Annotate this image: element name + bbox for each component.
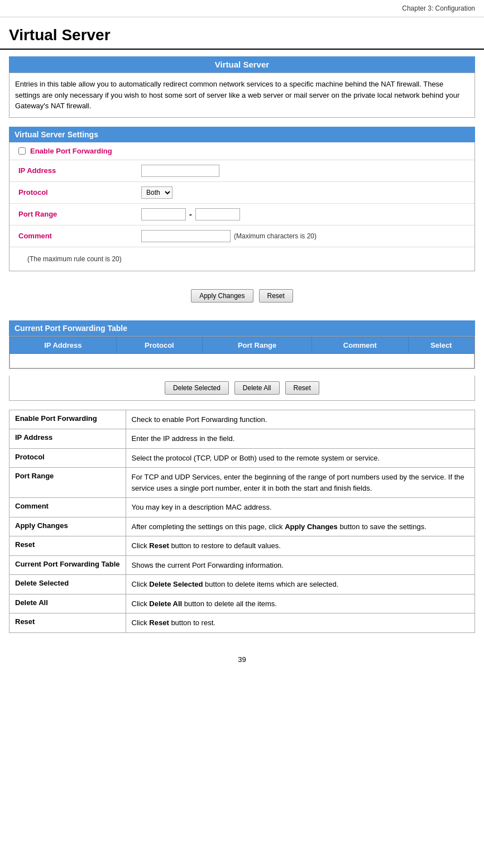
fw-table: IP Address Protocol Port Range Comment S… (9, 337, 475, 368)
protocol-input-col: Both TCP UDP (141, 186, 466, 199)
desc-desc-2: Select the protocol (TCP, UDP or Both) u… (126, 448, 475, 468)
fw-table-empty-cell (10, 353, 475, 368)
virtual-server-box: Virtual Server Entries in this table all… (9, 56, 475, 118)
port-range-input-col: - (141, 208, 466, 220)
page-number-text: 39 (238, 655, 246, 664)
desc-table-row: ProtocolSelect the protocol (TCP, UDP or… (9, 448, 475, 468)
settings-btn-row: Apply Changes Reset (9, 280, 475, 311)
desc-term-9: Delete All (9, 594, 126, 613)
page-title-text: Virtual Server (9, 26, 111, 44)
fw-table-wrapper: IP Address Protocol Port Range Comment S… (9, 336, 475, 369)
fw-col-select: Select (408, 337, 474, 353)
chapter-header: Chapter 3: Configuration (0, 0, 484, 17)
desc-desc-4: You may key in a description MAC address… (126, 498, 475, 517)
desc-desc-0: Check to enable Port Forwarding function… (126, 410, 475, 429)
settings-header-text: Virtual Server Settings (15, 130, 98, 139)
desc-term-3: Port Range (9, 468, 126, 498)
protocol-row: Protocol Both TCP UDP (9, 182, 475, 204)
ip-address-input[interactable] (141, 165, 219, 177)
port-range-label: Port Range (18, 210, 141, 218)
fw-col-comment: Comment (312, 337, 409, 353)
virtual-server-header: Virtual Server (9, 56, 475, 73)
desc-table-row: Current Port Forwarding TableShows the c… (9, 555, 475, 575)
protocol-select[interactable]: Both TCP UDP (141, 186, 172, 199)
desc-term-7: Current Port Forwarding Table (9, 555, 126, 575)
reset-button[interactable]: Reset (259, 289, 293, 303)
desc-desc-9: Click Delete All button to delete all th… (126, 594, 475, 613)
desc-term-6: Reset (9, 536, 126, 556)
main-content: Virtual Server Entries in this table all… (0, 56, 484, 633)
ip-address-row: IP Address (9, 160, 475, 182)
desc-table-row: Enable Port ForwardingCheck to enable Po… (9, 410, 475, 429)
comment-hint-text: (Maximum characters is 20) (234, 232, 317, 240)
fw-reset-button[interactable]: Reset (285, 381, 319, 395)
desc-table-row: CommentYou may key in a description MAC … (9, 498, 475, 517)
protocol-label: Protocol (18, 188, 141, 196)
desc-table-row: Delete SelectedClick Delete Selected but… (9, 575, 475, 594)
description-table: Enable Port ForwardingCheck to enable Po… (9, 410, 475, 633)
page-number: 39 (0, 644, 484, 675)
desc-term-0: Enable Port Forwarding (9, 410, 126, 429)
desc-table-body: Enable Port ForwardingCheck to enable Po… (9, 410, 475, 632)
fw-table-empty-row (10, 353, 475, 368)
desc-table-row: ResetClick Reset button to restore to de… (9, 536, 475, 556)
fw-table-head: IP Address Protocol Port Range Comment S… (10, 337, 475, 353)
comment-row: Comment (Maximum characters is 20) (9, 226, 475, 247)
port-range-row: Port Range - (9, 204, 475, 226)
comment-label: Comment (18, 232, 141, 240)
description-box: Entries in this table allow you to autom… (9, 73, 475, 118)
settings-table: Enable Port Forwarding IP Address Protoc… (9, 142, 475, 271)
desc-term-8: Delete Selected (9, 575, 126, 594)
desc-term-2: Protocol (9, 448, 126, 468)
virtual-server-header-text: Virtual Server (215, 60, 269, 69)
fw-table-body (10, 353, 475, 368)
fw-col-ip: IP Address (10, 337, 117, 353)
current-fw-table-header: Current Port Forwarding Table (9, 320, 475, 336)
port-range-label-text: Port Range (18, 210, 57, 218)
enable-port-forwarding-row: Enable Port Forwarding (9, 142, 475, 160)
desc-desc-5: After completing the settings on this pa… (126, 517, 475, 536)
desc-table-row: Port RangeFor TCP and UDP Services, ente… (9, 468, 475, 498)
desc-term-10: Reset (9, 613, 126, 633)
chapter-header-text: Chapter 3: Configuration (402, 4, 475, 12)
desc-desc-7: Shows the current Port Forwarding inform… (126, 555, 475, 575)
enable-port-forwarding-label: Enable Port Forwarding (30, 147, 112, 155)
ip-address-input-col (141, 165, 466, 177)
desc-table-row: Apply ChangesAfter completing the settin… (9, 517, 475, 536)
port-range-start-input[interactable] (141, 208, 186, 220)
ip-address-label: IP Address (18, 166, 141, 175)
port-range-end-input[interactable] (195, 208, 240, 220)
comment-label-text: Comment (18, 232, 52, 240)
fw-col-protocol: Protocol (116, 337, 202, 353)
page-title: Virtual Server (0, 17, 484, 50)
comment-input-col: (Maximum characters is 20) (141, 230, 466, 242)
delete-all-button[interactable]: Delete All (234, 381, 280, 395)
desc-term-4: Comment (9, 498, 126, 517)
fw-btn-row: Delete Selected Delete All Reset (9, 376, 475, 401)
desc-desc-8: Click Delete Selected button to delete i… (126, 575, 475, 594)
desc-desc-10: Click Reset button to rest. (126, 613, 475, 633)
max-rule-row: (The maximum rule count is 20) (9, 247, 475, 271)
settings-section: Virtual Server Settings Enable Port Forw… (9, 127, 475, 311)
desc-term-1: IP Address (9, 429, 126, 449)
ip-address-label-text: IP Address (18, 166, 56, 175)
current-fw-table-section: Current Port Forwarding Table IP Address… (9, 320, 475, 401)
protocol-label-text: Protocol (18, 188, 48, 196)
desc-desc-1: Enter the IP address in the field. (126, 429, 475, 449)
desc-desc-6: Click Reset button to restore to default… (126, 536, 475, 556)
enable-port-forwarding-checkbox[interactable] (18, 147, 26, 155)
max-rule-note: (The maximum rule count is 20) (18, 252, 131, 266)
desc-table-row: ResetClick Reset button to rest. (9, 613, 475, 633)
apply-changes-button[interactable]: Apply Changes (191, 289, 253, 303)
desc-desc-3: For TCP and UDP Services, enter the begi… (126, 468, 475, 498)
description-text: Entries in this table allow you to autom… (15, 80, 459, 110)
current-fw-table-header-text: Current Port Forwarding Table (15, 324, 127, 333)
desc-table-row: Delete AllClick Delete All button to del… (9, 594, 475, 613)
settings-section-header: Virtual Server Settings (9, 127, 475, 142)
port-range-separator: - (189, 210, 192, 219)
delete-selected-button[interactable]: Delete Selected (165, 381, 229, 395)
fw-col-port-range: Port Range (203, 337, 312, 353)
fw-table-header-row: IP Address Protocol Port Range Comment S… (10, 337, 475, 353)
desc-table-row: IP AddressEnter the IP address in the fi… (9, 429, 475, 449)
comment-input[interactable] (141, 230, 231, 242)
